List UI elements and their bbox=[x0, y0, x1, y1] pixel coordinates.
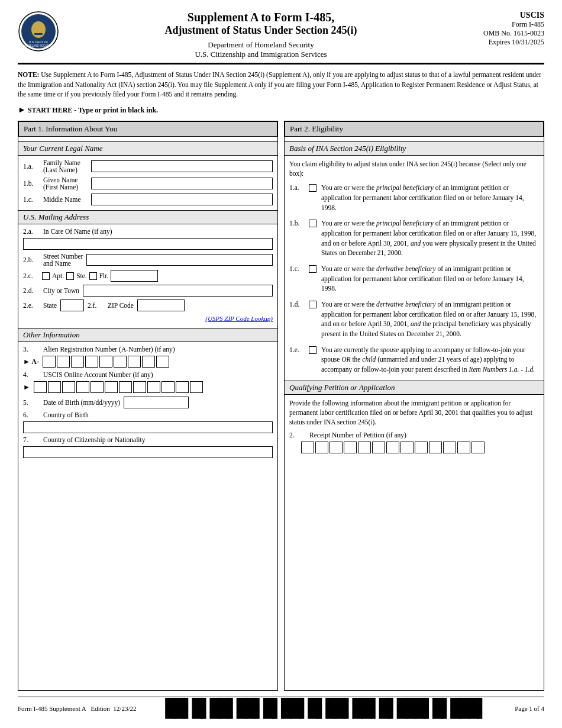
note-text: Use Supplement A to Form I-485, Adjustme… bbox=[18, 71, 541, 98]
family-name-input[interactable] bbox=[91, 160, 273, 172]
street-input[interactable] bbox=[86, 254, 273, 266]
header-right: USCIS Form I-485 OMB No. 1615-0023 Expir… bbox=[461, 11, 544, 47]
uscis-logo: U.S. DEPT OF HOMELAND SECURITY bbox=[18, 11, 60, 54]
family-name-row: 1.a. Family Name(Last Name) bbox=[23, 159, 273, 173]
3-num: 3. bbox=[23, 346, 40, 353]
5-num: 5. bbox=[23, 399, 40, 406]
elig-1b-text: You are or were the principal beneficiar… bbox=[321, 218, 539, 258]
receipt-box-12[interactable] bbox=[457, 442, 470, 453]
agency-name: Department of Homeland Security U.S. Cit… bbox=[66, 40, 456, 59]
a-prefix: ► A- bbox=[23, 357, 39, 366]
receipt-box-5[interactable] bbox=[358, 442, 371, 453]
6-num: 6. bbox=[23, 411, 40, 418]
elig-item-1e: 1.e. You are currently the spouse applyi… bbox=[289, 345, 539, 375]
elig-item-1d: 1.d. You are or were the derivative bene… bbox=[289, 299, 539, 339]
receipt-box-9[interactable] bbox=[415, 442, 428, 453]
apt-checkbox[interactable] bbox=[42, 272, 50, 280]
apt-row: 2.c. Apt. Ste. Flr. bbox=[23, 270, 273, 282]
city-input[interactable] bbox=[83, 285, 273, 297]
receipt-box-13[interactable] bbox=[471, 442, 485, 453]
elig-1d-checkbox[interactable] bbox=[309, 301, 316, 308]
start-here-text: START HERE - Type or print in black ink. bbox=[28, 106, 158, 114]
expires-date: Expires 10/31/2025 bbox=[461, 38, 544, 47]
uscis-label: USCIS bbox=[461, 11, 544, 20]
online-num-box-6[interactable] bbox=[105, 381, 118, 393]
online-number-row: ► bbox=[23, 381, 273, 393]
2d-num: 2.d. bbox=[23, 287, 40, 294]
receipt-box-10[interactable] bbox=[429, 442, 442, 453]
receipt-box-7[interactable] bbox=[386, 442, 399, 453]
eligibility-intro: You claim eligibility to adjust status u… bbox=[289, 159, 539, 178]
a-num-box-6[interactable] bbox=[114, 356, 127, 368]
online-num-box-10[interactable] bbox=[162, 381, 175, 393]
street-row: 2.b. Street Numberand Name bbox=[23, 253, 273, 267]
country-birth-input[interactable] bbox=[23, 421, 273, 433]
elig-1c-checkbox[interactable] bbox=[309, 265, 316, 273]
svg-rect-4 bbox=[34, 33, 43, 35]
ste-checkbox[interactable] bbox=[66, 272, 74, 280]
country-citizenship-input[interactable] bbox=[23, 446, 273, 458]
elig-1a-checkbox[interactable] bbox=[309, 184, 316, 192]
receipt-box-1[interactable] bbox=[301, 442, 314, 453]
a-num-box-2[interactable] bbox=[57, 356, 70, 368]
online-num-box-1[interactable] bbox=[34, 381, 47, 393]
a-num-box-3[interactable] bbox=[71, 356, 84, 368]
receipt-box-3[interactable] bbox=[330, 442, 343, 453]
2a-num: 2.a. bbox=[23, 228, 40, 235]
online-num-box-3[interactable] bbox=[62, 381, 75, 393]
given-name-row: 1.b. Given Name(First Name) bbox=[23, 176, 273, 191]
online-num-box-11[interactable] bbox=[176, 381, 189, 393]
barcode: ██▌█▌██▌██▌█▌██▌█▌██▌██▌█▌███▌█▌███▌ bbox=[165, 700, 486, 717]
state-zip-row: 2.e. State 2.f. ZIP Code bbox=[23, 299, 273, 311]
apt-label: Apt. bbox=[52, 272, 64, 279]
given-name-input[interactable] bbox=[91, 178, 273, 189]
online-num-box-2[interactable] bbox=[48, 381, 61, 393]
a-num-box-5[interactable] bbox=[99, 356, 112, 368]
4-num: 4. bbox=[23, 371, 40, 378]
middle-name-input[interactable] bbox=[91, 194, 273, 205]
state-input[interactable] bbox=[60, 299, 84, 311]
country-birth-label-row: 6. Country of Birth bbox=[23, 411, 273, 418]
a-num-box-1[interactable] bbox=[43, 356, 56, 368]
online-num-box-4[interactable] bbox=[76, 381, 89, 393]
two-column-layout: Part 1. Information About You Your Curre… bbox=[18, 121, 544, 691]
dob-input[interactable] bbox=[124, 397, 189, 408]
address-section-header: U.S. Mailing Address bbox=[18, 210, 277, 224]
arrow4: ► bbox=[23, 383, 30, 392]
care-of-input[interactable] bbox=[23, 238, 273, 250]
a-num-box-4[interactable] bbox=[85, 356, 98, 368]
elig-item-1b: 1.b. You are or were the principal benef… bbox=[289, 218, 539, 258]
2c-num: 2.c. bbox=[23, 272, 40, 279]
apt-number-input[interactable] bbox=[111, 270, 158, 282]
basis-section-header: Basis of INA Section 245(i) Eligibility bbox=[285, 141, 544, 156]
header-divider bbox=[18, 63, 544, 65]
elig-1e-checkbox[interactable] bbox=[309, 346, 316, 354]
zip-input[interactable] bbox=[137, 299, 185, 311]
footer-edition-date: 12/23/22 bbox=[113, 705, 136, 712]
receipt-box-8[interactable] bbox=[400, 442, 414, 453]
part1-column: Part 1. Information About You Your Curre… bbox=[18, 121, 278, 691]
flr-checkbox[interactable] bbox=[89, 272, 97, 280]
a-num-box-7[interactable] bbox=[128, 356, 141, 368]
receipt-box-11[interactable] bbox=[443, 442, 456, 453]
footer-edition-label: Edition bbox=[91, 705, 109, 712]
online-num-box-8[interactable] bbox=[133, 381, 146, 393]
elig-1e-num: 1.e. bbox=[289, 345, 304, 375]
online-num-box-9[interactable] bbox=[147, 381, 160, 393]
a-num-box-9[interactable] bbox=[156, 356, 169, 368]
a-num-box-8[interactable] bbox=[142, 356, 155, 368]
elig-1a-text: You are or were the principal beneficiar… bbox=[321, 183, 539, 212]
footer-page: Page 1 of 4 bbox=[515, 705, 544, 712]
zip-label: ZIP Code bbox=[108, 302, 134, 309]
online-num-box-7[interactable] bbox=[119, 381, 132, 393]
receipt-box-4[interactable] bbox=[344, 442, 357, 453]
receipt-box-6[interactable] bbox=[372, 442, 385, 453]
header-title: Supplement A to Form I-485, Adjustment o… bbox=[60, 11, 461, 59]
receipt-box-2[interactable] bbox=[315, 442, 328, 453]
online-num-box-12[interactable] bbox=[190, 381, 203, 393]
footer-form: Form I-485 Supplement A bbox=[18, 705, 86, 712]
usps-link[interactable]: (USPS ZIP Code Lookup) bbox=[205, 315, 273, 322]
3-label: Alien Registration Number (A-Number) (if… bbox=[43, 346, 175, 353]
online-num-box-5[interactable] bbox=[91, 381, 104, 393]
elig-1b-checkbox[interactable] bbox=[309, 220, 316, 227]
